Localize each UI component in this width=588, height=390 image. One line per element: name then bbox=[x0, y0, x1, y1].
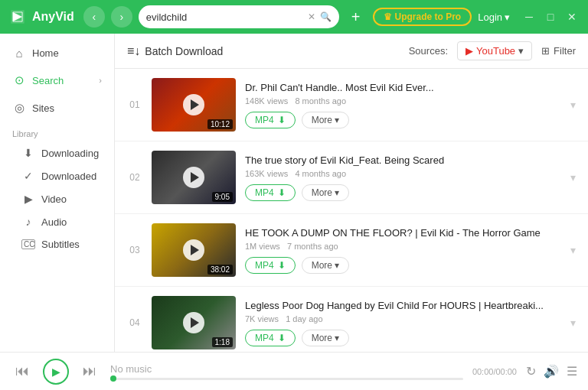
player-time: 00:00/00:00 bbox=[472, 367, 517, 376]
play-circle[interactable] bbox=[183, 167, 204, 188]
player-right-controls: ↻ 🔊 ☰ bbox=[526, 364, 577, 379]
more-button[interactable]: More ▾ bbox=[302, 257, 349, 274]
sidebar-item-search[interactable]: ⊙ Search › bbox=[0, 67, 114, 94]
play-circle[interactable] bbox=[183, 239, 204, 261]
sidebar-item-home[interactable]: ⌂ Home bbox=[0, 40, 114, 67]
mp4-download-button[interactable]: MP4 ⬇ bbox=[245, 112, 296, 128]
video-list: 01 10:12 Dr. Phil Can't Handle.. Most Ev… bbox=[115, 69, 588, 352]
item-arrow-icon: ▾ bbox=[570, 244, 576, 256]
player-previous-button[interactable]: ⏮ bbox=[11, 360, 34, 383]
window-controls: ─ □ ✕ bbox=[521, 8, 580, 25]
video-thumbnail[interactable]: 10:12 bbox=[152, 78, 236, 132]
list-item: 02 9:05 The true story of Evil Kid_Feat.… bbox=[115, 141, 588, 214]
mp4-download-button[interactable]: MP4 ⬇ bbox=[245, 184, 296, 201]
player-progress-bar[interactable] bbox=[110, 378, 463, 380]
mp4-label: MP4 bbox=[255, 115, 274, 125]
sidebar: ⌂ Home ⊙ Search › ◎ Sites Library ⬇ Down… bbox=[0, 34, 115, 352]
sources-dropdown[interactable]: ▶ YouTube ▾ bbox=[457, 41, 532, 60]
video-actions: MP4 ⬇ More ▾ bbox=[245, 330, 561, 346]
player-next-button[interactable]: ⏭ bbox=[78, 360, 101, 383]
chevron-right-icon: › bbox=[99, 76, 102, 85]
video-info: Dr. Phil Can't Handle.. Most Evil Kid Ev… bbox=[245, 82, 561, 128]
add-tab-button[interactable]: + bbox=[345, 6, 367, 28]
play-triangle-icon bbox=[191, 245, 199, 255]
download-icon: ⬇ bbox=[278, 187, 286, 198]
video-meta: 7K views 1 day ago bbox=[245, 314, 561, 323]
search-icon[interactable]: 🔍 bbox=[320, 11, 332, 22]
video-meta: 1M views 7 months ago bbox=[245, 242, 561, 251]
filter-button[interactable]: ⊞ Filter bbox=[541, 45, 576, 57]
nav-forward-button[interactable]: › bbox=[111, 6, 132, 28]
chevron-down-icon: ▾ bbox=[335, 260, 339, 271]
chevron-down-icon: ▾ bbox=[505, 11, 510, 23]
sites-icon: ◎ bbox=[12, 101, 26, 115]
video-number: 04 bbox=[127, 317, 142, 328]
sidebar-item-home-label: Home bbox=[32, 47, 59, 59]
upgrade-label: Upgrade to Pro bbox=[395, 11, 462, 22]
list-item: 04 1:18 Legless Poor Dog Hanged by Evil … bbox=[115, 287, 588, 352]
upgrade-button[interactable]: ♛ Upgrade to Pro bbox=[373, 8, 472, 26]
sidebar-item-audio[interactable]: ♪ Audio bbox=[0, 210, 114, 233]
search-input[interactable] bbox=[146, 11, 303, 23]
more-button[interactable]: More ▾ bbox=[302, 112, 349, 128]
sidebar-item-sites[interactable]: ◎ Sites bbox=[0, 94, 114, 122]
video-actions: MP4 ⬇ More ▾ bbox=[245, 184, 561, 201]
subtitles-icon: CC bbox=[21, 239, 35, 249]
audio-icon: ♪ bbox=[21, 216, 35, 228]
mp4-label: MP4 bbox=[255, 187, 274, 198]
video-thumbnail[interactable]: 38:02 bbox=[152, 223, 236, 277]
video-duration: 10:12 bbox=[207, 119, 233, 129]
minimize-button[interactable]: ─ bbox=[521, 8, 537, 25]
video-number: 02 bbox=[127, 172, 142, 183]
video-thumbnail[interactable]: 9:05 bbox=[152, 151, 236, 204]
video-meta: 163K views 4 months ago bbox=[245, 169, 561, 178]
sidebar-item-video-label: Video bbox=[41, 193, 67, 205]
video-actions: MP4 ⬇ More ▾ bbox=[245, 257, 561, 274]
batch-download-button[interactable]: ≡↓ Batch Download bbox=[127, 44, 223, 58]
sidebar-item-video[interactable]: ▶ Video bbox=[0, 187, 114, 210]
video-duration: 38:02 bbox=[207, 265, 233, 275]
search-icon: ⊙ bbox=[12, 73, 26, 87]
player-play-button[interactable]: ▶ bbox=[43, 359, 69, 385]
video-title: Dr. Phil Can't Handle.. Most Evil Kid Ev… bbox=[245, 82, 561, 93]
sidebar-item-subtitles[interactable]: CC Subtitles bbox=[0, 233, 114, 255]
close-button[interactable]: ✕ bbox=[564, 8, 580, 25]
list-item: 03 38:02 HE TOOK A DUMP ON THE FLOOR? | … bbox=[115, 214, 588, 287]
login-label: Login bbox=[478, 11, 502, 23]
play-triangle-icon bbox=[191, 172, 199, 183]
home-icon: ⌂ bbox=[12, 47, 26, 60]
sidebar-item-downloading[interactable]: ⬇ Downloading bbox=[0, 141, 114, 164]
sidebar-item-downloaded[interactable]: ✓ Downloaded bbox=[0, 164, 114, 187]
video-duration: 9:05 bbox=[212, 192, 233, 202]
clear-icon[interactable]: ✕ bbox=[308, 11, 315, 22]
playlist-button[interactable]: ☰ bbox=[567, 364, 577, 379]
volume-button[interactable]: 🔊 bbox=[544, 364, 559, 379]
video-number: 01 bbox=[127, 99, 142, 110]
video-info: HE TOOK A DUMP ON THE FLOOR? | Evil Kid … bbox=[245, 227, 561, 274]
item-arrow-icon: ▾ bbox=[570, 171, 576, 184]
video-actions: MP4 ⬇ More ▾ bbox=[245, 112, 561, 128]
maximize-button[interactable]: □ bbox=[542, 8, 559, 25]
more-button[interactable]: More ▾ bbox=[302, 330, 349, 346]
login-button[interactable]: Login ▾ bbox=[478, 11, 510, 23]
chevron-down-icon: ▾ bbox=[335, 187, 339, 198]
video-info: Legless Poor Dog Hanged by Evil Child Fo… bbox=[245, 300, 561, 346]
nav-back-button[interactable]: ‹ bbox=[83, 6, 105, 28]
list-item: 01 10:12 Dr. Phil Can't Handle.. Most Ev… bbox=[115, 69, 588, 141]
video-meta: 148K views 8 months ago bbox=[245, 96, 561, 106]
more-label: More bbox=[312, 187, 332, 198]
play-circle[interactable] bbox=[183, 312, 204, 333]
download-icon: ⬇ bbox=[278, 260, 286, 271]
top-bar: AnyVid ‹ › ✕ 🔍 + ♛ Upgrade to Pro Login … bbox=[0, 0, 588, 34]
mp4-download-button[interactable]: MP4 ⬇ bbox=[245, 330, 296, 346]
mp4-download-button[interactable]: MP4 ⬇ bbox=[245, 257, 296, 274]
repeat-button[interactable]: ↻ bbox=[526, 364, 536, 379]
video-thumbnail[interactable]: 1:18 bbox=[152, 296, 236, 349]
video-info: The true story of Evil Kid_Feat. Being S… bbox=[245, 154, 561, 201]
more-label: More bbox=[312, 260, 332, 271]
more-button[interactable]: More ▾ bbox=[302, 184, 349, 201]
chevron-down-icon: ▾ bbox=[335, 333, 339, 343]
video-title: Legless Poor Dog Hanged by Evil Child Fo… bbox=[245, 300, 561, 311]
play-circle[interactable] bbox=[183, 94, 204, 115]
video-duration: 1:18 bbox=[212, 337, 233, 347]
